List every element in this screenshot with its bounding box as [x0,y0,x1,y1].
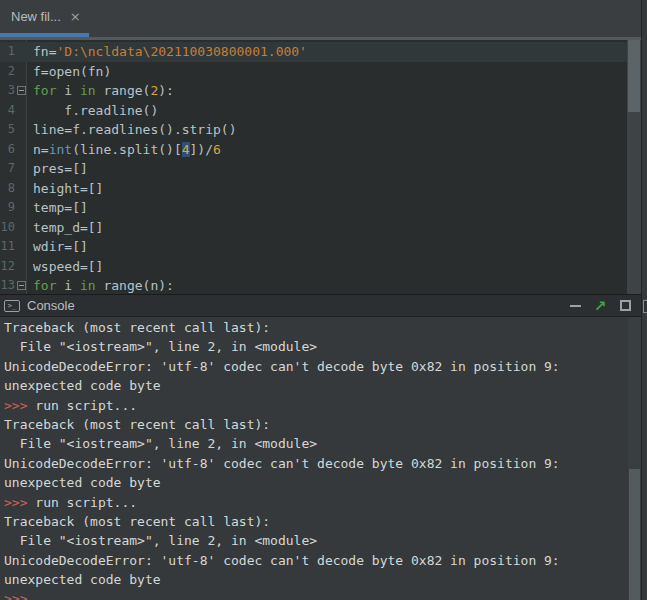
code-token: height=[] [33,181,103,196]
tool-window-stub-icon[interactable] [643,300,647,313]
console-lines: Traceback (most recent call last): File … [0,318,628,600]
editor-scrollbar-thumb[interactable] [628,40,640,112]
code-token: wdir=[] [33,239,88,254]
minimize-icon [570,305,581,307]
editor-line[interactable]: 12wspeed=[] [0,257,627,277]
editor-line[interactable]: 13for i in range(n): [0,276,627,294]
editor-line[interactable]: 5line=f.readlines().strip() [0,120,627,140]
code-text: f=open(fn) [27,62,111,82]
console-output[interactable]: Traceback (most recent call last): File … [0,317,641,600]
code-token: in [80,83,96,98]
code-text: for i in range(2): [27,81,174,101]
code-text: height=[] [27,179,103,199]
fold-area [15,140,27,160]
console-scrollbar-thumb[interactable] [629,469,640,600]
code-text: n=int(line.split()[4])/6 [27,140,221,160]
code-token: run script... [35,398,137,413]
console-line: File "<iostream>", line 2, in <module> [0,434,628,453]
console-title: Console [27,298,558,313]
editor-line[interactable]: 9temp=[] [0,198,627,218]
code-token: for [33,278,56,293]
editor-line[interactable]: 4 f.readline() [0,101,627,121]
code-token: File "<iostream>", line 2, in <module> [4,436,317,451]
code-token: 'D:\ncldata\202110030800001.000' [56,44,306,59]
terminal-icon: >_ [4,300,20,312]
fold-area [15,159,27,179]
code-token: range( [96,83,151,98]
code-token: UnicodeDecodeError: 'utf-8' codec can't … [4,553,560,568]
code-token: UnicodeDecodeError: 'utf-8' codec can't … [4,456,560,471]
line-number: 6 [0,140,15,160]
fold-marker-icon[interactable] [17,281,26,290]
fold-area [15,62,27,82]
code-token: Traceback (most recent call last): [4,417,270,432]
fold-area [15,42,27,62]
editor-line[interactable]: 11wdir=[] [0,237,627,257]
code-text: wdir=[] [27,237,88,257]
code-text: wspeed=[] [27,257,103,277]
maximize-icon [620,300,631,311]
fold-area [15,120,27,140]
code-editor[interactable]: 1fn='D:\ncldata\202110030800001.000'2f=o… [0,40,641,294]
code-token: unexpected code byte [4,378,161,393]
code-token: unexpected code byte [4,475,161,490]
code-token: i [56,278,79,293]
code-token: in [80,278,96,293]
line-number: 7 [0,159,15,179]
code-text: temp=[] [27,198,88,218]
tab-new-file[interactable]: New fil... × [0,0,91,33]
line-number: 12 [0,257,15,277]
console-line: unexpected code byte [0,376,628,395]
line-number: 1 [0,42,15,62]
fold-area [15,81,27,101]
fold-area [15,198,27,218]
console-scrollbar[interactable] [628,317,641,600]
close-icon[interactable]: × [70,10,81,23]
editor-line[interactable]: 2f=open(fn) [0,62,627,82]
fold-area [15,179,27,199]
code-token: for [33,83,56,98]
line-number: 4 [0,101,15,121]
console-line: File "<iostream>", line 2, in <module> [0,337,628,356]
console-line: unexpected code byte [0,473,628,492]
restore-button[interactable]: ↗ [592,298,608,314]
fold-area [15,237,27,257]
minimize-button[interactable] [567,298,583,314]
code-token: n= [33,142,49,157]
code-token: pres=[] [33,161,88,176]
line-number: 9 [0,198,15,218]
code-token: >>> [4,591,27,600]
tab-bar: New fil... × [0,0,641,40]
editor-line[interactable]: 1fn='D:\ncldata\202110030800001.000' [0,42,627,62]
code-token: >>> [4,398,35,413]
console-line: Traceback (most recent call last): [0,415,628,434]
ide-window: New fil... × 1fn='D:\ncldata\20211003080… [0,0,647,600]
editor-scrollbar[interactable] [627,40,641,294]
code-text: temp_d=[] [27,218,103,238]
editor-line[interactable]: 6n=int(line.split()[4])/6 [0,140,627,160]
restore-arrow-icon: ↗ [594,299,607,313]
code-token: 4 [182,142,190,157]
code-text: pres=[] [27,159,88,179]
line-number: 5 [0,120,15,140]
code-token: File "<iostream>", line 2, in <module> [4,533,317,548]
code-token: Traceback (most recent call last): [4,514,270,529]
fold-area [15,101,27,121]
line-number: 11 [0,237,15,257]
editor-line[interactable]: 7pres=[] [0,159,627,179]
maximize-button[interactable] [617,298,633,314]
code-token: >>> [4,495,35,510]
fold-marker-icon[interactable] [17,86,26,95]
code-token: temp_d=[] [33,220,103,235]
line-number: 3 [0,81,15,101]
code-token: i [56,83,79,98]
code-token: Traceback (most recent call last): [4,320,270,335]
editor-line[interactable]: 3for i in range(2): [0,81,627,101]
console-line: >>> run script... [0,493,628,512]
line-number: 10 [0,218,15,238]
code-token: ): [158,83,174,98]
editor-line[interactable]: 10temp_d=[] [0,218,627,238]
code-token: f=open(fn) [33,64,111,79]
editor-line[interactable]: 8height=[] [0,179,627,199]
console-line: UnicodeDecodeError: 'utf-8' codec can't … [0,551,628,570]
